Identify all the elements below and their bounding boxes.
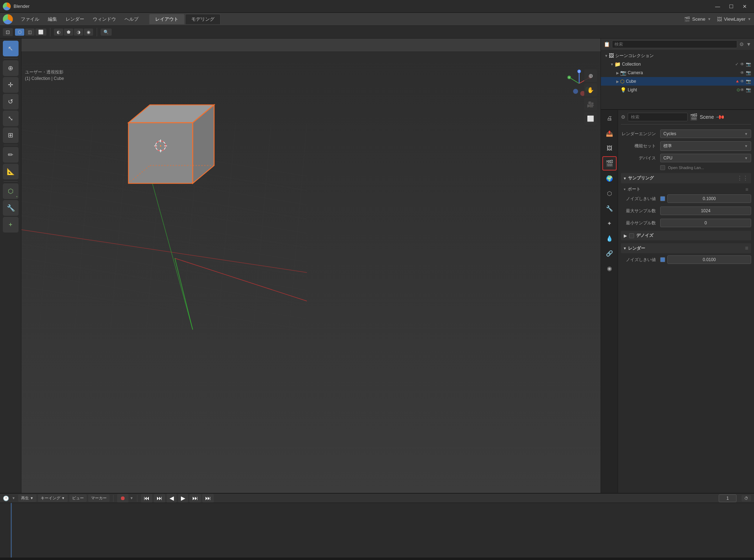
tool-select[interactable]: ↖ — [3, 41, 19, 56]
timeline-track[interactable] — [0, 503, 754, 558]
outliner-search-input[interactable] — [612, 40, 737, 48]
viewport-right-tools: ⊕ ✋ 🎥 ⬜ — [584, 69, 597, 125]
outliner-camera[interactable]: ▶ 📷 Camera 👁 📷 — [601, 68, 754, 77]
props-dropdown-icon[interactable]: ⚙ — [621, 114, 626, 120]
shade-material-btn[interactable]: ◑ — [74, 29, 83, 36]
tab-layout[interactable]: レイアウト — [149, 14, 184, 24]
outliner-scene-collection[interactable]: ▼ 🖼 シーンコレクション — [601, 51, 754, 60]
maximize-button[interactable]: ☐ — [725, 1, 738, 11]
max-samples-value[interactable]: 1024 — [660, 207, 751, 215]
mode-edge-btn[interactable]: ◫ — [25, 29, 35, 36]
play-back-btn[interactable]: ◀ — [167, 494, 177, 503]
record-btn[interactable]: ⏺ — [117, 494, 128, 503]
mode-vert-btn[interactable]: ⬡ — [15, 29, 24, 36]
light-cam-icon[interactable]: 📷 — [746, 87, 751, 92]
collection-cam-icon[interactable]: 📷 — [746, 62, 751, 67]
outliner-display-icon[interactable]: ▼ — [746, 41, 751, 47]
outliner-light[interactable]: 💡 Light ⊙ 👁 📷 — [601, 86, 754, 94]
props-search-input[interactable] — [628, 113, 688, 121]
tool-add-pipe[interactable]: 🔧+ — [3, 200, 19, 216]
viewport-canvas[interactable]: ユーザー・透視投影 (1) Collection | Cube Z X — [21, 51, 601, 493]
cube-object[interactable] — [93, 80, 221, 202]
shade-wire-btn[interactable]: ◐ — [54, 29, 63, 36]
camera-eye-icon[interactable]: 👁 — [740, 70, 744, 75]
cube-cam-icon[interactable]: 📷 — [746, 79, 751, 84]
tool-cursor[interactable]: ⊕ — [3, 60, 19, 76]
tab-modeling[interactable]: モデリング — [185, 14, 221, 24]
osl-checkbox[interactable] — [660, 165, 665, 170]
device-value[interactable]: CPU ▼ — [660, 154, 751, 162]
select-mode-btn[interactable]: ⊡ — [3, 28, 13, 36]
collection-eye-icon[interactable]: 👁 — [740, 62, 744, 67]
tool-annotate[interactable]: ✏ — [3, 147, 19, 163]
outliner-cube[interactable]: ▶ ⬡ Cube 🔺 👁 📷 — [601, 77, 754, 86]
view-btn[interactable]: ビュー — [69, 494, 87, 502]
data-props-icon[interactable]: ◉ — [602, 261, 617, 275]
constraints-props-icon[interactable]: 🔗 — [602, 246, 617, 260]
dot-dropdown[interactable]: ▼ — [130, 496, 133, 500]
tool-scale[interactable]: ⤡ — [3, 111, 19, 126]
close-button[interactable]: ✕ — [738, 1, 751, 11]
particles-props-icon[interactable]: ✦ — [602, 216, 617, 230]
render-section-header[interactable]: ▾ レンダー ≡ — [621, 243, 751, 253]
render-props-icon[interactable]: 🖨 — [602, 111, 617, 126]
noise-threshold-checkbox[interactable] — [660, 196, 665, 201]
light-eye-icon[interactable]: 👁 — [740, 87, 744, 92]
feature-set-value[interactable]: 標準 ▼ — [660, 141, 751, 151]
tool-add-cube[interactable]: +⬡ — [3, 183, 19, 199]
render-engine-value[interactable]: Cycles ▼ — [660, 129, 751, 138]
tool-transform[interactable]: ⊞ — [3, 127, 19, 143]
jump-end-btn[interactable]: ⏭ — [202, 494, 214, 503]
camera-cam-icon[interactable]: 📷 — [746, 70, 751, 75]
shade-render-btn[interactable]: ◉ — [84, 29, 93, 36]
tool-move[interactable]: ✛ — [3, 77, 19, 93]
camera-view-btn[interactable]: 🎥 — [584, 98, 597, 111]
output-props-icon[interactable]: 📤 — [602, 126, 617, 141]
pan-btn[interactable]: ✋ — [584, 83, 597, 96]
render-view-btn[interactable]: ⬜ — [584, 112, 597, 125]
menu-window[interactable]: ウィンドウ — [89, 15, 120, 24]
keying-btn[interactable]: キーイング ▼ — [38, 494, 68, 502]
titlebar: Blender — ☐ ✕ — [0, 0, 754, 13]
sampling-section-header[interactable]: ▾ サンプリング ⋮⋮ — [621, 173, 751, 183]
menu-file[interactable]: ファイル — [17, 15, 43, 24]
minimize-button[interactable]: — — [711, 1, 724, 11]
zoom-in-btn[interactable]: ⊕ — [584, 69, 597, 82]
tool-measure[interactable]: 📐 — [3, 164, 19, 179]
tool-rotate[interactable]: ↺ — [3, 94, 19, 110]
world-props-icon[interactable]: 🌍 — [602, 171, 617, 185]
play-label-btn[interactable]: 再生 ▼ — [18, 494, 36, 502]
view-layer-props-icon[interactable]: 🖼 — [602, 141, 617, 156]
mode-face-btn[interactable]: ⬜ — [35, 29, 46, 36]
object-props-icon[interactable]: ⬡ — [602, 186, 617, 200]
search-viewport-btn[interactable]: 🔍 — [101, 29, 112, 36]
modifier-props-icon[interactable]: 🔧 — [602, 201, 617, 215]
noise-threshold-value[interactable]: 0.1000 — [667, 194, 751, 203]
jump-start-btn[interactable]: ⏮ — [141, 494, 152, 503]
step-back-btn[interactable]: ⏭ — [154, 494, 165, 503]
render-noise-value[interactable]: 0.0100 — [667, 255, 751, 264]
physics-props-icon[interactable]: 💧 — [602, 231, 617, 245]
collection-vis-icon[interactable]: ✓ — [735, 62, 739, 67]
viewport-3d[interactable]: ユーザー・透視投影 (1) Collection | Cube Z X — [21, 39, 601, 493]
frame-number-input[interactable]: 1 — [719, 494, 737, 502]
scene-props-icon[interactable]: 🎬 シーンプロパティ — [602, 156, 617, 170]
menu-render[interactable]: レンダー — [62, 15, 88, 24]
timeline-settings-btn[interactable]: ⏱ — [742, 495, 751, 502]
menu-help[interactable]: ヘルプ — [121, 15, 142, 24]
denoise-checkbox[interactable] — [629, 233, 634, 238]
render-noise-checkbox[interactable] — [660, 257, 665, 262]
outliner-filter-icon[interactable]: ⚙ — [739, 41, 744, 47]
outliner-collection[interactable]: ▼ 📁 Collection ✓ 👁 📷 — [601, 60, 754, 68]
cube-eye-icon[interactable]: 👁 — [740, 79, 744, 84]
marker-btn[interactable]: マーカー — [88, 494, 110, 502]
shade-solid-btn[interactable]: ⬟ — [64, 29, 73, 36]
min-samples-value[interactable]: 0 — [660, 219, 751, 227]
denoise-section-header[interactable]: ▶ デノイズ — [621, 231, 751, 240]
play-btn[interactable]: ▶ — [178, 494, 188, 503]
props-pin-icon[interactable]: 📌 — [715, 112, 725, 122]
menu-edit[interactable]: 編集 — [44, 15, 61, 24]
tool-extrude[interactable]: + — [3, 217, 19, 233]
step-fwd-btn[interactable]: ⏭ — [189, 494, 201, 503]
timeline-dropdown[interactable]: ▼ — [12, 496, 15, 500]
